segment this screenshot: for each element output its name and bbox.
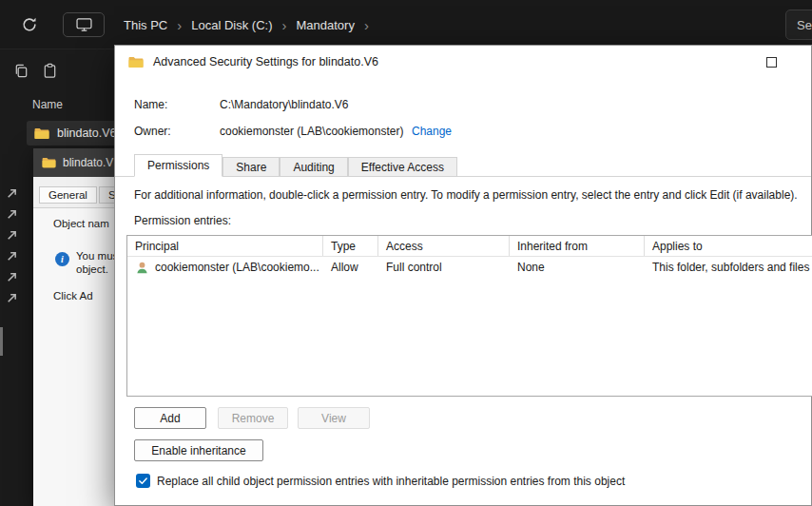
advanced-security-dialog: Advanced Security Settings for blindato.… [114,45,812,506]
info-text: object. [76,263,108,275]
paste-icon[interactable] [42,63,59,80]
pin-icon[interactable] [6,270,18,282]
owner-label: Owner: [134,125,171,138]
column-access[interactable]: Access [378,236,510,256]
cell-type: Allow [323,257,378,278]
chevron-right-icon: › [364,18,369,32]
dialog-title-bar: Advanced Security Settings for blindato.… [115,46,811,78]
search-box[interactable]: Sea [785,10,812,40]
properties-dialog: blindato.V General Sha Object nam i You … [33,148,117,506]
cell-principal: cookiemonster (LAB\cookiemo... [127,257,323,278]
user-avatar-icon [135,261,149,275]
pin-icon[interactable] [6,228,18,241]
check-icon [138,476,148,486]
pin-icon[interactable] [6,291,18,303]
breadcrumb-mandatory[interactable]: Mandatory [296,18,354,32]
cell-inherited-from: None [510,257,645,278]
info-text: You mus [76,250,117,262]
column-principal[interactable]: Principal [127,236,323,256]
pin-icon[interactable] [6,249,18,262]
file-row-label: blindato.V6 [57,126,117,140]
table-row[interactable]: cookiemonster (LAB\cookiemo... Allow Ful… [127,257,812,278]
properties-title-bar: blindato.V [33,148,117,177]
change-owner-link[interactable]: Change [412,125,452,138]
folder-icon [128,56,144,68]
chevron-right-icon: › [281,18,286,32]
add-button[interactable]: Add [134,407,206,429]
instruction-text: For additional information, double-click… [134,188,805,202]
replace-permissions-label: Replace all child object permission entr… [157,475,625,488]
column-inherited-from[interactable]: Inherited from [510,236,645,256]
folder-icon [34,127,49,140]
name-value: C:\Mandatory\blindato.V6 [220,98,348,111]
this-pc-icon[interactable] [63,12,105,37]
properties-tabs: General Sha [33,177,117,204]
chevron-right-icon: › [177,18,182,32]
search-text: Sea [797,18,812,32]
cell-applies-to: This folder, subfolders and files [645,257,812,278]
enable-inheritance-button[interactable]: Enable inheritance [134,439,263,461]
pin-icon[interactable] [6,186,18,199]
copy-icon[interactable] [13,63,30,80]
security-tabs: Permissions Share Auditing Effective Acc… [115,154,811,177]
breadcrumb-local-disk[interactable]: Local Disk (C:) [191,18,272,32]
column-type[interactable]: Type [323,236,378,256]
tab-auditing[interactable]: Auditing [280,157,347,177]
pin-icon[interactable] [6,207,18,220]
object-name-label: Object nam [53,218,109,229]
table-header: Principal Type Access Inherited from App… [127,236,812,257]
permission-entries-label: Permission entries: [134,214,231,227]
dialog-title: Advanced Security Settings for blindato.… [153,55,378,68]
properties-body: Object nam i You mus object. Click Ad [33,207,117,506]
remove-button[interactable]: Remove [218,407,288,429]
file-row-blindato[interactable]: blindato.V6 [27,121,117,146]
name-column-header[interactable]: Name [32,98,63,111]
replace-permissions-checkbox[interactable] [136,474,150,488]
tab-general[interactable]: General [39,186,97,204]
tab-effective-access[interactable]: Effective Access [348,157,457,177]
tab-share[interactable]: Share [222,157,280,177]
cell-access: Full control [378,257,510,278]
permission-entries-table: Principal Type Access Inherited from App… [126,235,812,397]
name-label: Name: [134,98,167,111]
folder-icon [42,157,56,168]
scrollbar-thumb[interactable] [0,327,3,356]
properties-title: blindato.V [63,156,113,169]
column-applies-to[interactable]: Applies to [645,236,812,256]
refresh-icon[interactable] [21,16,38,33]
explorer-toolbar: This PC › Local Disk (C:) › Mandatory › … [0,0,812,49]
click-advanced-text: Click Ad [53,290,93,302]
owner-value: cookiemonster (LAB\cookiemonster) [220,125,403,138]
breadcrumb: This PC › Local Disk (C:) › Mandatory › [124,0,369,49]
desktop-screen: This PC › Local Disk (C:) › Mandatory › … [0,0,812,506]
info-icon: i [55,252,69,266]
maximize-icon[interactable] [766,57,777,68]
breadcrumb-this-pc[interactable]: This PC [124,18,167,32]
tab-permissions[interactable]: Permissions [134,154,222,177]
view-button[interactable]: View [298,407,370,429]
